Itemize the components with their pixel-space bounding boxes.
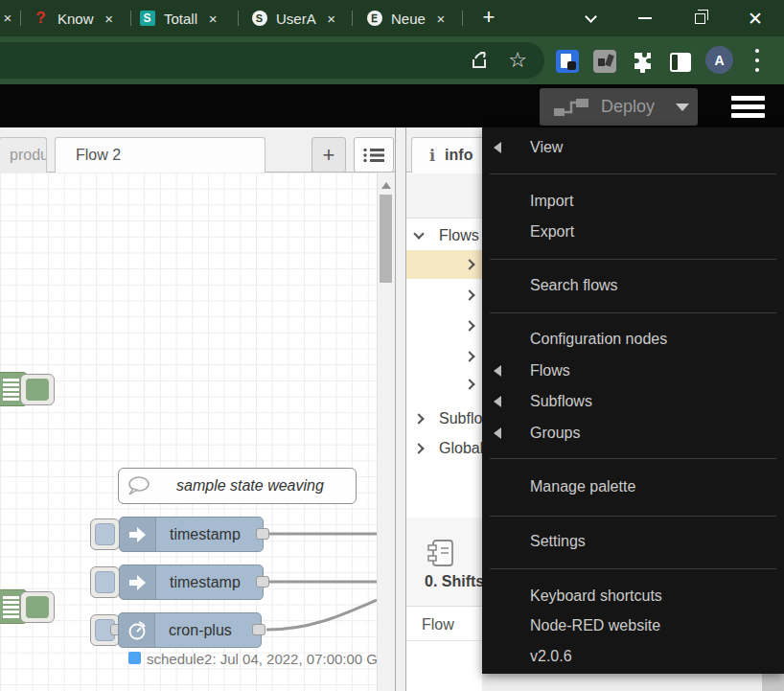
restore-button[interactable] [678, 0, 722, 36]
s-favicon-icon: S [139, 11, 155, 27]
detail-type-label: Flow [422, 616, 454, 633]
list-icon [363, 148, 384, 163]
browser-menu-icon[interactable] [753, 49, 761, 72]
address-bar[interactable] [0, 42, 544, 79]
chevron-right-icon[interactable] [413, 443, 424, 453]
inject-node-2-output-port[interactable] [256, 576, 269, 587]
inject-node-2-button-fill [95, 571, 115, 593]
flow-tab-label: Flow 2 [76, 147, 121, 164]
flow-list-button[interactable] [354, 137, 394, 173]
flow-canvas[interactable]: sample state weaving timestamp timestamp [0, 173, 377, 691]
question-favicon-icon: ? [33, 11, 49, 27]
close-tab-icon[interactable]: × [205, 11, 220, 27]
tab-separator [238, 11, 239, 26]
share-icon[interactable] [467, 48, 492, 73]
browser-tab-usera[interactable]: S UserA × [251, 0, 345, 36]
profile-avatar[interactable]: A [705, 46, 733, 74]
debug-list-icon [3, 379, 19, 401]
menu-separator [490, 173, 776, 174]
submenu-left-arrow-icon [494, 365, 501, 377]
browser-tab-totall[interactable]: S Totall × [139, 0, 233, 36]
chevron-right-icon[interactable] [464, 259, 474, 269]
close-tab-icon[interactable]: × [324, 11, 339, 27]
comment-node[interactable]: sample state weaving [118, 468, 357, 504]
inject-node-1[interactable]: timestamp [119, 517, 264, 552]
chevron-right-icon[interactable] [464, 351, 474, 361]
extensions-puzzle-icon[interactable] [630, 48, 655, 73]
tree-label: Flows [439, 227, 479, 244]
chevron-right-icon[interactable] [464, 379, 474, 389]
submenu-left-arrow-icon [494, 142, 501, 153]
flow-tab-produ[interactable]: produ [0, 137, 47, 173]
browser-tab-know[interactable]: ? Know × [33, 0, 127, 36]
chevron-down-icon[interactable] [413, 228, 424, 239]
browser-tab-neue[interactable]: ⴹ Neue × [366, 0, 460, 36]
inject-node-label: timestamp [156, 526, 241, 543]
menu-item-manage-palette[interactable]: Manage palette [482, 472, 784, 502]
menu-separator [490, 312, 776, 313]
menu-item-nodered-website[interactable]: Node-RED website [482, 610, 784, 641]
bookmark-star-icon[interactable]: ☆ [505, 48, 530, 73]
new-tab-button[interactable]: + [475, 5, 502, 32]
sidebar-splitter[interactable] [395, 127, 406, 691]
sidebar-tab-label: info [445, 147, 473, 164]
menu-item-view[interactable]: View [482, 132, 784, 163]
browser-tab-strip: × ? Know × S Totall × S UserA × ⴹ Neue ×… [0, 0, 784, 36]
tab-separator [462, 11, 463, 26]
app-root: × ? Know × S Totall × S UserA × ⴹ Neue ×… [0, 0, 784, 691]
chevron-right-icon[interactable] [464, 289, 474, 300]
flow-tab-flow2[interactable]: Flow 2 [55, 137, 265, 173]
selected-flow-name: 0. Shifts [425, 573, 484, 590]
gray-extension-icon[interactable] [592, 49, 617, 74]
menu-item-subflows[interactable]: Subflows [482, 386, 784, 417]
menu-separator [490, 568, 776, 569]
deploy-button[interactable]: Deploy [540, 88, 698, 126]
add-flow-button[interactable]: + [311, 137, 346, 173]
comment-text: sample state weaving [159, 477, 324, 495]
scroll-up-arrow-icon[interactable] [381, 182, 391, 189]
menu-item-groups[interactable]: Groups [482, 418, 784, 449]
close-tab-icon[interactable]: × [102, 11, 117, 27]
tab-title: Neue [391, 11, 426, 27]
deploy-label: Deploy [601, 97, 655, 117]
info-icon: i [429, 147, 435, 165]
menu-item-import[interactable]: Import [482, 186, 784, 217]
tab-search-button[interactable] [568, 0, 612, 36]
menu-item-keyboard-shortcuts[interactable]: Keyboard shortcuts [482, 581, 784, 611]
tab-separator [20, 11, 21, 26]
deploy-icon [553, 97, 589, 118]
inject-icon [120, 565, 156, 599]
tree-label: Global [439, 440, 483, 457]
flow-icon [427, 539, 456, 569]
inject-node-1-output-port[interactable] [256, 528, 269, 540]
menu-item-search-flows[interactable]: Search flows [482, 270, 784, 301]
menu-item-version[interactable]: v2.0.6 [482, 641, 784, 672]
close-tab-icon[interactable]: × [433, 11, 449, 27]
debug-node-2-button-fill [26, 596, 49, 618]
minimize-button[interactable] [623, 0, 667, 36]
deploy-options-chevron-icon[interactable] [676, 104, 689, 111]
tab-title: UserA [276, 11, 316, 27]
chevron-right-icon[interactable] [413, 413, 424, 424]
swirl-favicon-icon: ⴹ [366, 11, 382, 27]
password-extension-icon[interactable] [555, 49, 580, 74]
inject-icon [120, 518, 156, 551]
submenu-left-arrow-icon [494, 427, 501, 439]
menu-item-settings[interactable]: Settings [482, 526, 784, 557]
partial-tab-close-icon[interactable]: × [0, 10, 15, 26]
close-window-button[interactable]: ✕ [733, 0, 777, 36]
chevron-right-icon[interactable] [464, 320, 474, 331]
canvas-scrollbar-thumb[interactable] [380, 195, 392, 283]
wire-cron[interactable] [266, 600, 377, 630]
sidebar-scrollbar[interactable] [762, 674, 784, 691]
cron-node[interactable]: cron-plus [118, 612, 262, 648]
inject-node-2[interactable]: timestamp [119, 564, 264, 600]
side-panel-icon[interactable] [668, 50, 693, 75]
cron-node-output-port[interactable] [252, 624, 265, 635]
main-menu-button[interactable] [731, 96, 765, 118]
menu-item-configuration-nodes[interactable]: Configuration nodes [482, 324, 784, 355]
menu-item-flows[interactable]: Flows [482, 356, 784, 386]
close-icon: ✕ [748, 8, 763, 30]
menu-item-export[interactable]: Export [482, 217, 784, 247]
tab-separator [130, 11, 131, 26]
